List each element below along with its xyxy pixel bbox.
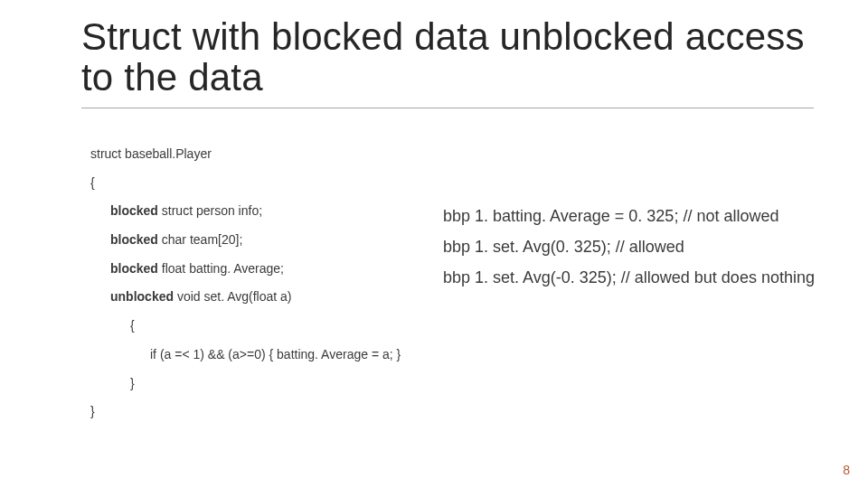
- title-block: Struct with blocked data unblocked acces…: [81, 16, 814, 108]
- code-line: blocked char team[20];: [90, 230, 434, 250]
- code-text: char team[20];: [158, 232, 242, 247]
- title-underline: [81, 108, 814, 108]
- examples-block: bbp 1. batting. Average = 0. 325; // not…: [443, 201, 832, 294]
- example-line: bbp 1. set. Avg(0. 325); // allowed: [443, 231, 832, 262]
- code-line: blocked struct person info;: [90, 202, 434, 221]
- example-line: bbp 1. set. Avg(-0. 325); // allowed but…: [443, 262, 832, 293]
- keyword-blocked: blocked: [110, 232, 158, 247]
- code-text: void set. Avg(float a): [174, 289, 291, 304]
- code-text: struct person info;: [158, 203, 262, 218]
- slide: Struct with blocked data unblocked acces…: [0, 0, 868, 488]
- code-line: blocked float batting. Average;: [90, 259, 434, 279]
- code-line: if (a =< 1) && (a>=0) { batting. Average…: [90, 345, 434, 365]
- code-line: }: [90, 402, 434, 422]
- code-line: unblocked void set. Avg(float a): [90, 287, 434, 307]
- slide-title: Struct with blocked data unblocked acces…: [81, 16, 814, 99]
- page-number: 8: [843, 463, 850, 477]
- keyword-blocked: blocked: [110, 261, 158, 276]
- code-line: }: [90, 374, 434, 394]
- code-block: struct baseball.Player { blocked struct …: [90, 145, 434, 422]
- example-line: bbp 1. batting. Average = 0. 325; // not…: [443, 201, 832, 231]
- code-line: {: [90, 316, 434, 336]
- keyword-blocked: blocked: [110, 203, 158, 218]
- keyword-unblocked: unblocked: [110, 289, 174, 304]
- code-line: struct baseball.Player: [90, 145, 434, 164]
- code-line: {: [90, 174, 434, 193]
- code-text: float batting. Average;: [158, 261, 284, 276]
